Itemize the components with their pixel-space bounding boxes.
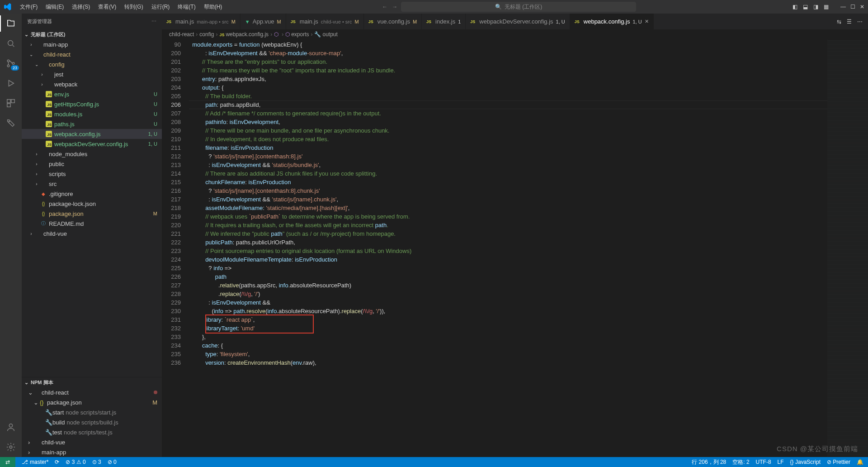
run-debug-icon[interactable] xyxy=(5,77,17,90)
ports[interactable]: ⊙ 3 xyxy=(92,459,101,465)
debug-status[interactable]: ⊘ 0 xyxy=(108,459,117,465)
tree-row[interactable]: ›scripts xyxy=(22,169,162,179)
git-branch[interactable]: ⎇ master* xyxy=(22,459,48,465)
tag-icon[interactable] xyxy=(5,117,17,129)
menu-item[interactable]: 运行(R) xyxy=(148,1,174,13)
npm-header[interactable]: ⌄NPM 脚本 xyxy=(22,377,162,387)
cursor-position[interactable]: 行 206，列 28 xyxy=(692,458,726,466)
npm-row[interactable]: 🔧buildnode scripts/build.js xyxy=(22,417,162,427)
extensions-icon[interactable] xyxy=(5,97,17,110)
search-placeholder: 无标题 (工作区) xyxy=(505,3,542,11)
menu-bar: 文件(F)编辑(E)选择(S)查看(V)转到(G)运行(R)终端(T)帮助(H) xyxy=(16,1,226,13)
tree-row[interactable]: ›src xyxy=(22,179,162,189)
tree-row[interactable]: ◆.gitignore xyxy=(22,189,162,199)
npm-row[interactable]: 🔧startnode scripts/start.js xyxy=(22,407,162,417)
more-actions-icon[interactable]: ⋯ xyxy=(857,19,863,25)
breadcrumb-item[interactable]: JSwebpack.config.js xyxy=(219,31,269,38)
sync-icon[interactable]: ⟳ xyxy=(55,459,59,465)
nav-arrows[interactable]: ← → xyxy=(382,4,397,10)
tree-row[interactable]: JSwebpack.config.js1, U xyxy=(22,129,162,139)
tree-row[interactable]: ›webpack xyxy=(22,79,162,89)
tree-row[interactable]: ⓘREADME.md xyxy=(22,219,162,229)
minimize-icon[interactable]: — xyxy=(840,4,846,10)
maximize-icon[interactable]: ☐ xyxy=(850,4,855,10)
settings-gear-icon[interactable] xyxy=(5,441,17,453)
eol[interactable]: LF xyxy=(778,459,784,465)
breadcrumb-item[interactable]: ⬡exports xyxy=(285,31,309,38)
tree-row[interactable]: JSpaths.jsU xyxy=(22,119,162,129)
menu-item[interactable]: 查看(V) xyxy=(94,1,120,13)
menu-item[interactable]: 文件(F) xyxy=(16,1,41,13)
tree-row[interactable]: JSgetHttpsConfig.jsU xyxy=(22,99,162,109)
svg-point-0 xyxy=(8,41,13,46)
layout-left-icon[interactable]: ◧ xyxy=(793,4,797,10)
editor-tab[interactable]: JSvue.config.jsM xyxy=(364,14,422,29)
search-icon[interactable] xyxy=(5,37,17,50)
workspace-label: 无标题 (工作区) xyxy=(31,31,65,38)
account-icon[interactable] xyxy=(5,421,17,434)
prettier-status[interactable]: ⊘ Prettier xyxy=(827,459,850,465)
svg-point-8 xyxy=(9,424,12,427)
breadcrumb-item[interactable]: config xyxy=(199,31,214,38)
layout-bottom-icon[interactable]: ⬓ xyxy=(803,4,808,10)
status-bar: ⇄ ⎇ master* ⟳ ⊘ 3 ⚠ 0 ⊙ 3 ⊘ 0 行 206，列 28… xyxy=(0,457,868,467)
code-area[interactable]: 9020020120220320420520620720820921021121… xyxy=(162,39,868,457)
menu-item[interactable]: 终端(T) xyxy=(174,1,199,13)
editor-tab[interactable]: JSindex.js1 xyxy=(422,14,466,29)
tree-row[interactable]: ›main-app xyxy=(22,39,162,49)
editor-tab[interactable]: JSwebpack.config.js1, U✕ xyxy=(570,14,654,29)
language-mode[interactable]: {} JavaScript xyxy=(790,459,821,465)
command-center[interactable]: 🔍 无标题 (工作区) xyxy=(401,2,636,12)
npm-row[interactable]: ⌄{}package.jsonM xyxy=(22,397,162,407)
close-tab-icon[interactable]: ✕ xyxy=(645,19,649,24)
code-text[interactable]: module.exports = function (webpackEnv) {… xyxy=(189,39,827,457)
editor-tab[interactable]: JSwebpackDevServer.config.js1, U xyxy=(466,14,570,29)
tree-row[interactable]: ›node_modules xyxy=(22,149,162,159)
npm-row[interactable]: ›main-app xyxy=(22,447,162,457)
nav-forward-icon[interactable]: → xyxy=(392,4,397,10)
breadcrumb[interactable]: child-react›config›JSwebpack.config.js›⬡… xyxy=(162,29,868,39)
tree-row[interactable]: ⌄child-react xyxy=(22,49,162,59)
menu-item[interactable]: 选择(S) xyxy=(68,1,94,13)
breadcrumb-item[interactable]: ⬡ xyxy=(274,31,280,38)
explorer-icon[interactable] xyxy=(5,17,17,30)
npm-row[interactable]: 🔧testnode scripts/test.js xyxy=(22,427,162,437)
layout-right-icon[interactable]: ◨ xyxy=(813,4,818,10)
menu-item[interactable]: 编辑(E) xyxy=(42,1,67,13)
tree-row[interactable]: {}package-lock.json xyxy=(22,199,162,209)
tree-row[interactable]: ⌄config xyxy=(22,59,162,69)
more-icon[interactable]: ⋯ xyxy=(151,19,156,24)
notifications-bell-icon[interactable]: 🔔 xyxy=(857,459,863,465)
tree-row[interactable]: JSmodules.jsU xyxy=(22,109,162,119)
menu-item[interactable]: 转到(G) xyxy=(121,1,146,13)
remote-icon[interactable]: ⇄ xyxy=(0,457,15,467)
menu-item[interactable]: 帮助(H) xyxy=(200,1,226,13)
minimap[interactable] xyxy=(827,39,868,457)
layout-custom-icon[interactable]: ▦ xyxy=(824,4,829,10)
editor-tab[interactable]: JSmain.jschild-vue • srcM xyxy=(286,14,364,29)
split-icon[interactable]: ☰ xyxy=(847,19,852,25)
compare-icon[interactable]: ⇆ xyxy=(837,19,841,25)
sidebar-title-label: 资源管理器 xyxy=(27,18,52,25)
breadcrumb-item[interactable]: 🔧output xyxy=(314,31,337,38)
close-window-icon[interactable]: ✕ xyxy=(860,4,864,10)
tree-row[interactable]: ›public xyxy=(22,159,162,169)
nav-back-icon[interactable]: ← xyxy=(382,4,387,10)
tree-row[interactable]: JSwebpackDevServer.config.js1, U xyxy=(22,139,162,149)
npm-row[interactable]: ⌄child-react xyxy=(22,387,162,397)
tree-row[interactable]: ›jest xyxy=(22,69,162,79)
npm-row[interactable]: ›child-vue xyxy=(22,437,162,447)
svg-rect-4 xyxy=(7,100,10,103)
editor-tab[interactable]: ▼App.vueM xyxy=(241,14,286,29)
tree-row[interactable]: {}package.jsonM xyxy=(22,209,162,219)
tree-row[interactable]: ›child-vue xyxy=(22,229,162,238)
tree-row[interactable]: JSenv.jsU xyxy=(22,89,162,99)
editor-tab[interactable]: JSmain.jsmain-app • srcM xyxy=(162,14,241,29)
indentation[interactable]: 空格: 2 xyxy=(732,458,749,466)
encoding[interactable]: UTF-8 xyxy=(756,459,771,465)
problems[interactable]: ⊘ 3 ⚠ 0 xyxy=(66,459,85,465)
workspace-header[interactable]: ⌄无标题 (工作区) xyxy=(22,29,162,39)
npm-scripts-section: ⌄NPM 脚本 ⌄child-react⌄{}package.jsonM🔧sta… xyxy=(22,377,162,457)
source-control-icon[interactable]: 23 xyxy=(5,57,17,70)
breadcrumb-item[interactable]: child-react xyxy=(169,31,194,38)
